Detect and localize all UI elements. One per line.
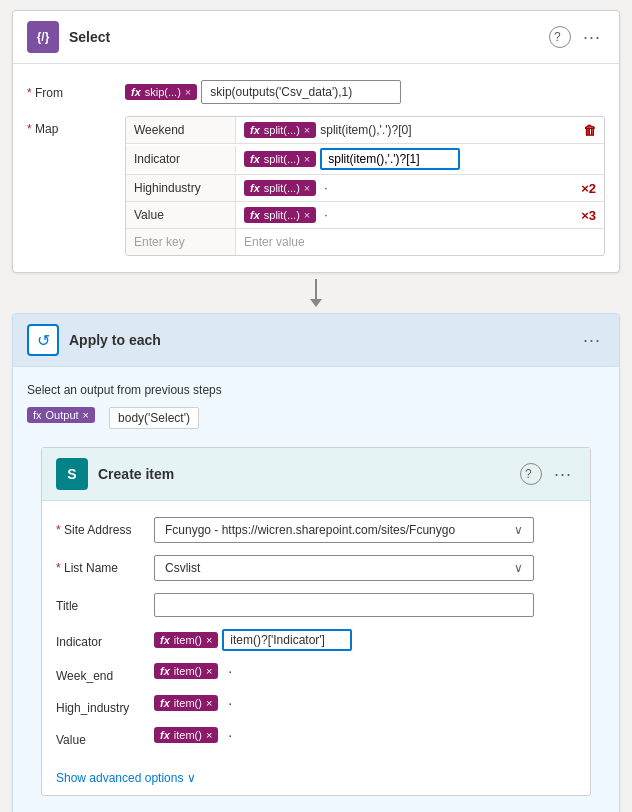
high-industry-dot: · [228, 695, 232, 711]
from-row: From fx skip(...) × [27, 74, 605, 110]
create-item-actions: ? ··· [520, 462, 576, 487]
select-output-label: Select an output from previous steps [27, 383, 222, 397]
value-dot: · [324, 208, 327, 222]
create-item-inner-card: S Create item ? ··· Site Address Fcunygo… [41, 447, 591, 796]
high-industry-token[interactable]: fx item() × [154, 695, 218, 711]
map-value-weekend: fx split(...) × split(item(),'.')?[0] 🗑 [236, 118, 604, 142]
list-name-dropdown[interactable]: Csvlist ∨ [154, 555, 534, 581]
week-end-label: Week_end [56, 663, 146, 683]
site-address-value: Fcunygo - https://wicren.sharepoint.com/… [165, 523, 455, 537]
body-select-value: body('Select') [109, 407, 199, 429]
connector-arrow-1 [310, 299, 322, 307]
value-delete[interactable]: ×3 [581, 208, 596, 223]
title-row: Title [56, 587, 576, 623]
map-row-value: Value fx split(...) × · ×3 [126, 202, 604, 229]
from-token-text: skip(...) [145, 86, 181, 98]
output-tokens-row: fx Output × body('Select') [27, 403, 605, 435]
indicator-input-value: item()?['Indicator'] [222, 629, 352, 651]
map-row-weekend: Weekend fx split(...) × split(item(),'.'… [126, 117, 604, 144]
high-industry-row: High_industry fx item() × · [56, 689, 576, 721]
from-fx-icon: fx [131, 86, 141, 98]
indicator-token[interactable]: fx split(...) × [244, 151, 316, 167]
select-card-actions: ? ··· [549, 25, 605, 50]
value-field-token-close[interactable]: × [206, 729, 212, 741]
map-value-indicator: fx split(...) × split(item(),'.')?[1] [236, 144, 604, 174]
site-address-dropdown[interactable]: Fcunygo - https://wicren.sharepoint.com/… [154, 517, 534, 543]
map-value-placeholder: Enter value [236, 231, 604, 253]
output-token-text: Output [46, 409, 79, 421]
from-token[interactable]: fx skip(...) × [125, 84, 197, 100]
advanced-options-chevron: ∨ [187, 771, 196, 785]
select-help-button[interactable]: ? [549, 26, 571, 48]
apply-card-actions: ··· [579, 328, 605, 353]
week-end-row: Week_end fx item() × · [56, 657, 576, 689]
from-label: From [27, 80, 117, 100]
value-field-token[interactable]: fx item() × [154, 727, 218, 743]
connector-line-1 [315, 279, 317, 299]
site-address-content: Fcunygo - https://wicren.sharepoint.com/… [154, 517, 576, 543]
connector-1 [310, 273, 322, 313]
create-item-help-button[interactable]: ? [520, 463, 542, 485]
title-content [154, 593, 576, 617]
apply-icon: ↺ [27, 324, 59, 356]
from-token-close[interactable]: × [185, 86, 191, 98]
sharepoint-icon: S [56, 458, 88, 490]
map-value-highindustry: fx split(...) × · ×2 [236, 176, 604, 200]
select-card-title: Select [69, 29, 539, 45]
title-input[interactable] [154, 593, 534, 617]
list-name-content: Csvlist ∨ [154, 555, 576, 581]
weekend-value-text: split(item(),'.')?[0] [320, 123, 411, 137]
apply-to-each-card: ↺ Apply to each ··· Select an output fro… [12, 313, 620, 812]
highindustry-token-close[interactable]: × [304, 182, 310, 194]
create-item-header: S Create item ? ··· [42, 448, 590, 501]
select-icon: {/} [27, 21, 59, 53]
value-field-row: Value fx item() × · [56, 721, 576, 753]
apply-card-header: ↺ Apply to each ··· [13, 314, 619, 367]
map-row-indicator: Indicator fx split(...) × split(item(),'… [126, 144, 604, 175]
high-industry-token-close[interactable]: × [206, 697, 212, 709]
value-field-label: Value [56, 727, 146, 747]
apply-card-body: Select an output from previous steps fx … [13, 367, 619, 812]
select-card: {/} Select ? ··· From fx skip(...) × [12, 10, 620, 273]
map-key-highindustry: Highindustry [126, 175, 236, 201]
value-token[interactable]: fx split(...) × [244, 207, 316, 223]
high-industry-label: High_industry [56, 695, 146, 715]
select-more-button[interactable]: ··· [579, 25, 605, 50]
value-token-close[interactable]: × [304, 209, 310, 221]
apply-more-button[interactable]: ··· [579, 328, 605, 353]
output-token-close[interactable]: × [83, 409, 89, 421]
indicator-token-close[interactable]: × [304, 153, 310, 165]
highindustry-delete[interactable]: ×2 [581, 181, 596, 196]
list-name-row: List Name Csvlist ∨ [56, 549, 576, 587]
site-address-row: Site Address Fcunygo - https://wicren.sh… [56, 511, 576, 549]
indicator-field-content: fx item() × item()?['Indicator'] [154, 629, 576, 651]
indicator-highlighted-input[interactable]: split(item(),'.')?[1] [320, 148, 460, 170]
indicator-field-token-close[interactable]: × [206, 634, 212, 646]
map-value-value: fx split(...) × · ×3 [236, 203, 604, 227]
map-label: Map [27, 116, 117, 136]
high-industry-content: fx item() × · [154, 695, 576, 711]
week-end-token[interactable]: fx item() × [154, 663, 218, 679]
site-address-chevron: ∨ [514, 523, 523, 537]
list-name-chevron: ∨ [514, 561, 523, 575]
map-key-value: Value [126, 202, 236, 228]
map-row-new: Enter key Enter value [126, 229, 604, 255]
create-item-more-button[interactable]: ··· [550, 462, 576, 487]
select-card-body: From fx skip(...) × Map [13, 64, 619, 272]
highindustry-token[interactable]: fx split(...) × [244, 180, 316, 196]
map-key-weekend: Weekend [126, 117, 236, 143]
week-end-dot: · [228, 663, 232, 679]
from-input[interactable] [201, 80, 401, 104]
output-token[interactable]: fx Output × [27, 407, 95, 423]
map-content: Weekend fx split(...) × split(item(),'.'… [125, 116, 605, 256]
weekend-token-close[interactable]: × [304, 124, 310, 136]
weekend-token[interactable]: fx split(...) × [244, 122, 316, 138]
list-name-label: List Name [56, 555, 146, 575]
show-advanced-options-link[interactable]: Show advanced options ∨ [42, 763, 590, 795]
week-end-token-close[interactable]: × [206, 665, 212, 677]
indicator-field-token[interactable]: fx item() × [154, 632, 218, 648]
select-output-row: Select an output from previous steps [27, 377, 605, 403]
weekend-delete-icon[interactable]: 🗑 [583, 123, 596, 138]
map-row: Map Weekend fx split(...) × [27, 110, 605, 262]
list-name-value: Csvlist [165, 561, 200, 575]
